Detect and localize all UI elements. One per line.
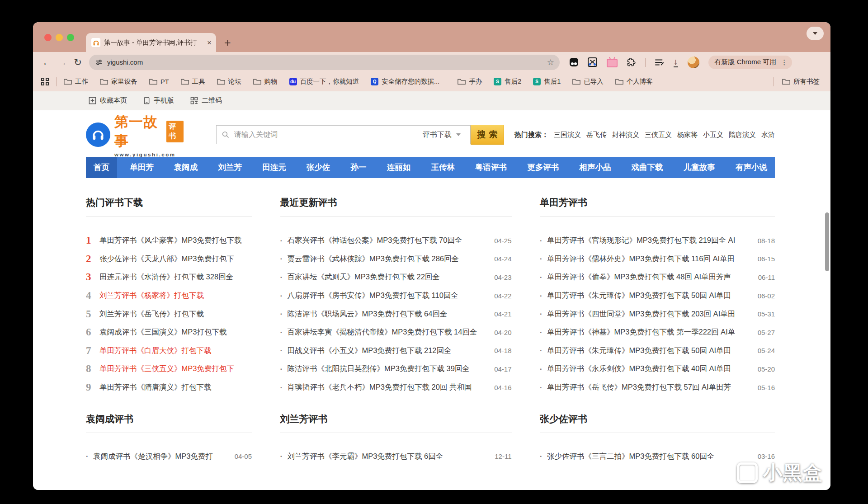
- hot-term[interactable]: 三国演义: [554, 131, 581, 139]
- bookmark-folder-shopping[interactable]: 购物: [253, 77, 278, 86]
- list-item[interactable]: ·单田芳评书《儒林外史》MP3免费打包下载 116回 AI单田06-15: [540, 250, 775, 268]
- search-box[interactable]: 评书下载: [216, 125, 471, 144]
- bookmark-password-manager[interactable]: Q安全储存您的数据...: [371, 77, 439, 86]
- tune-icon[interactable]: [95, 59, 103, 66]
- bookmark-folder-figures[interactable]: 手办: [458, 77, 482, 86]
- search-button[interactable]: 搜索: [471, 125, 504, 145]
- extension-clipper-icon[interactable]: [588, 57, 597, 67]
- all-bookmarks-folder[interactable]: 所有书签: [782, 77, 820, 86]
- extension-bilibili-icon[interactable]: [607, 59, 618, 67]
- minimize-window-button[interactable]: [56, 34, 63, 41]
- tab-search-button[interactable]: [807, 27, 824, 40]
- bookmark-folder-pt[interactable]: PT: [149, 78, 169, 85]
- list-item[interactable]: ·百家讲坛李寅《揭秘清代帝陵》MP3免费打包下载 14回全04-20: [280, 323, 512, 342]
- playlist-icon[interactable]: [655, 58, 664, 66]
- column-shantianfang: 单田芳评书 ·单田芳评书《官场现形记》MP3免费打包下载 219回全 AI08-…: [540, 196, 775, 396]
- search-category-dropdown[interactable]: 评书下载: [413, 129, 470, 141]
- nav-shantianfang[interactable]: 单田芳: [122, 157, 161, 178]
- nav-yuankuocheng[interactable]: 袁阔成: [166, 157, 206, 178]
- bookmark-folder-work[interactable]: 工作: [64, 77, 88, 86]
- nav-opera[interactable]: 戏曲下载: [624, 157, 671, 178]
- list-item[interactable]: ·单田芳评书《官场现形记》MP3免费打包下载 219回全 AI08-18: [540, 231, 775, 250]
- address-bar[interactable]: yigushi.com ☆: [89, 55, 560, 70]
- bookmark-folder-forum[interactable]: 论坛: [217, 77, 241, 86]
- bookmark-baidu[interactable]: du百度一下，你就知道: [289, 77, 359, 86]
- hot-term[interactable]: 小五义: [703, 131, 723, 139]
- nav-liulanfang[interactable]: 刘兰芳: [211, 157, 250, 178]
- list-item[interactable]: ·贾云雷评书《武林侠踪》MP3免费打包下载 286回全04-24: [280, 250, 512, 268]
- list-item[interactable]: 2张少佐评书《天龙八部》MP3免费打包下: [86, 250, 252, 268]
- bookmark-folder-home-devices[interactable]: 家里设备: [100, 77, 137, 86]
- bookmark-aftersale2[interactable]: S售后2: [494, 77, 521, 86]
- back-button[interactable]: ←: [39, 57, 55, 68]
- list-item[interactable]: ·单田芳评书《朱元璋传》MP3免费打包下载 50回 AI单田06-02: [540, 287, 775, 305]
- hot-term[interactable]: 三侠五义: [645, 131, 672, 139]
- site-logo[interactable]: 第一故事 评书 www.yigushi.com: [86, 113, 184, 157]
- list-item[interactable]: ·百家讲坛《武则天》MP3免费打包下载 22回全04-23: [280, 268, 512, 287]
- apps-grid-icon[interactable]: [41, 78, 49, 85]
- nav-home[interactable]: 首页: [86, 157, 117, 178]
- nav-children[interactable]: 儿童故事: [676, 157, 723, 178]
- hot-term[interactable]: 杨家将: [677, 131, 698, 139]
- kebab-menu-icon[interactable]: ⋮: [781, 58, 788, 66]
- hot-term[interactable]: 封神演义: [612, 131, 639, 139]
- nav-sunyi[interactable]: 孙一: [343, 157, 374, 178]
- page-scrollbar-thumb[interactable]: [825, 212, 829, 271]
- favorite-page-button[interactable]: 收藏本页: [89, 96, 127, 105]
- zoom-window-button[interactable]: [67, 34, 74, 41]
- search-input[interactable]: [233, 130, 413, 139]
- bookmark-aftersale1[interactable]: S售后1: [533, 77, 561, 86]
- list-item[interactable]: ·石家兴评书《神话包公案》MP3免费打包下载 70回全04-25: [280, 231, 512, 250]
- list-item[interactable]: ·单田芳评书《四世同堂》MP3免费打包下载 203回 AI单田05-31: [540, 305, 775, 323]
- profile-avatar[interactable]: [688, 57, 699, 68]
- list-item[interactable]: ·袁阔成评书《楚汉相争》MP3免费打04-05: [86, 447, 252, 466]
- hot-term[interactable]: 水浒: [761, 131, 775, 139]
- list-item[interactable]: ·八扇屏评书《房书安传》MP3免费打包下载 110回全04-22: [280, 287, 512, 305]
- list-item[interactable]: 1单田芳评书《风尘豪客》MP3免费打包下载: [86, 231, 252, 250]
- list-item[interactable]: 5刘兰芳评书《岳飞传》打包下载: [86, 305, 252, 323]
- list-item[interactable]: ·刘兰芳评书《李元霸》MP3免费打包下载 6回全12-11: [280, 447, 512, 466]
- list-item[interactable]: ·肖璞韬评书《老兵不朽》MP3免费打包下载 20回 共和国04-16: [280, 378, 512, 397]
- extension-dark-icon[interactable]: [570, 58, 578, 66]
- list-item[interactable]: 8单田芳评书《三侠五义》MP3免费打包下: [86, 360, 252, 378]
- nav-lianliru[interactable]: 连丽如: [379, 157, 419, 178]
- nav-zhangshaozuo[interactable]: 张少佐: [299, 157, 338, 178]
- list-item[interactable]: 7单田芳评书《白眉大侠》打包下载: [86, 342, 252, 360]
- nav-tianlianyuan[interactable]: 田连元: [255, 157, 294, 178]
- bookmark-star-icon[interactable]: ☆: [547, 57, 554, 67]
- bookmark-folder-imported[interactable]: 已导入: [572, 77, 604, 86]
- extensions-puzzle-icon[interactable]: [627, 58, 636, 66]
- list-item[interactable]: ·陈洁评书《职场风云》MP3免费打包下载 64回全04-21: [280, 305, 512, 323]
- list-item[interactable]: ·单田芳评书《朱元璋传》MP3免费打包下载 50回 AI单田05-24: [540, 342, 775, 360]
- downloads-icon[interactable]: ↓: [674, 57, 678, 67]
- bookmark-folder-tools[interactable]: 工具: [181, 77, 205, 86]
- list-item[interactable]: ·单田芳评书《岳飞传》MP3免费打包下载 57回 AI单田芳05-16: [540, 378, 775, 397]
- nav-crosstalk[interactable]: 相声小品: [571, 157, 618, 178]
- nav-cantonese[interactable]: 粤语评书: [467, 157, 514, 178]
- hot-term[interactable]: 隋唐演义: [729, 131, 756, 139]
- list-item[interactable]: ·陈洁评书《北阳抗日英烈传》MP3免费打包下载 39回全04-17: [280, 360, 512, 378]
- qr-code-button[interactable]: 二维码: [190, 96, 222, 105]
- list-item[interactable]: ·单田芳评书《永乐剑侠》MP3免费打包下载 40回 AI单田05-20: [540, 360, 775, 378]
- chrome-update-chip[interactable]: 有新版 Chrome 可用 ⋮: [708, 56, 793, 69]
- list-item[interactable]: ·单田芳评书《偷拳》MP3免费打包下载 48回 AI单田芳声06-11: [540, 268, 775, 287]
- list-item[interactable]: 3田连元评书《水浒传》打包下载 328回全: [86, 268, 252, 287]
- browser-tab[interactable]: 第一故事 - 单田芳评书网,评书打 ×: [86, 33, 216, 52]
- nav-audiobook[interactable]: 有声小说: [728, 157, 775, 178]
- qr-code-icon: [190, 97, 198, 104]
- nav-wangchuanlin[interactable]: 王传林: [423, 157, 462, 178]
- list-item[interactable]: ·单田芳评书《神墓》MP3免费打包下载 第一季222回 AI单05-27: [540, 323, 775, 342]
- list-item[interactable]: 6袁阔成评书《三国演义》MP3打包下载: [86, 323, 252, 342]
- nav-more[interactable]: 更多评书: [519, 157, 566, 178]
- list-item[interactable]: ·田战义评书《小五义》MP3免费打包下载 212回全04-18: [280, 342, 512, 360]
- tab-close-icon[interactable]: ×: [207, 39, 212, 47]
- bookmark-folder-blog[interactable]: 个人博客: [615, 77, 653, 86]
- reload-button[interactable]: ↻: [70, 57, 85, 68]
- forward-button[interactable]: →: [55, 57, 70, 68]
- list-item[interactable]: 4刘兰芳评书《杨家将》打包下载: [86, 287, 252, 305]
- hot-term[interactable]: 岳飞传: [586, 131, 607, 139]
- list-item[interactable]: 9单田芳评书《隋唐演义》打包下载: [86, 378, 252, 397]
- new-tab-button[interactable]: +: [224, 37, 231, 48]
- mobile-version-button[interactable]: 手机版: [143, 96, 174, 105]
- close-window-button[interactable]: [44, 34, 52, 41]
